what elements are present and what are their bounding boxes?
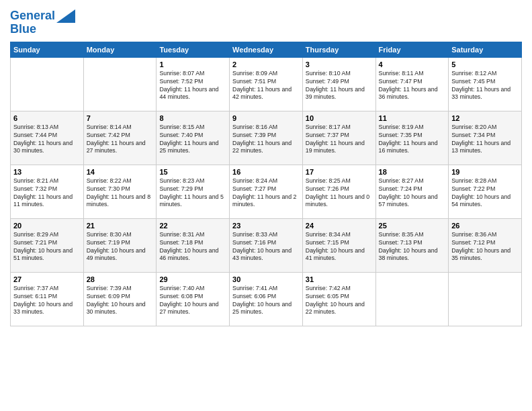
day-number: 6	[13, 114, 81, 122]
day-info: Sunrise: 8:28 AM Sunset: 7:22 PM Dayligh…	[451, 177, 519, 210]
day-number: 18	[379, 168, 446, 176]
day-info: Sunrise: 8:22 AM Sunset: 7:30 PM Dayligh…	[87, 177, 154, 210]
day-number: 5	[451, 60, 519, 68]
calendar-cell	[449, 272, 522, 326]
day-number: 17	[306, 168, 373, 176]
week-row-1: 1Sunrise: 8:07 AM Sunset: 7:52 PM Daylig…	[11, 57, 522, 111]
calendar-cell: 4Sunrise: 8:11 AM Sunset: 7:47 PM Daylig…	[375, 57, 449, 111]
day-number: 29	[159, 275, 226, 283]
day-info: Sunrise: 8:15 AM Sunset: 7:40 PM Dayligh…	[159, 124, 226, 156]
calendar-cell: 2Sunrise: 8:09 AM Sunset: 7:51 PM Daylig…	[230, 57, 303, 111]
day-info: Sunrise: 7:37 AM Sunset: 6:11 PM Dayligh…	[13, 285, 81, 317]
day-info: Sunrise: 7:41 AM Sunset: 6:06 PM Dayligh…	[232, 285, 300, 317]
day-number: 13	[13, 168, 81, 176]
logo-text-blue: Blue	[10, 23, 75, 36]
calendar-cell: 27Sunrise: 7:37 AM Sunset: 6:11 PM Dayli…	[11, 272, 84, 326]
day-header-thursday: Thursday	[302, 42, 375, 57]
day-info: Sunrise: 8:21 AM Sunset: 7:32 PM Dayligh…	[13, 177, 81, 210]
day-info: Sunrise: 8:07 AM Sunset: 7:52 PM Dayligh…	[159, 70, 226, 102]
day-number: 8	[159, 114, 226, 122]
day-number: 30	[232, 275, 300, 283]
calendar-cell: 18Sunrise: 8:27 AM Sunset: 7:24 PM Dayli…	[375, 165, 449, 218]
calendar-cell: 10Sunrise: 8:17 AM Sunset: 7:37 PM Dayli…	[302, 111, 375, 165]
day-info: Sunrise: 8:14 AM Sunset: 7:42 PM Dayligh…	[87, 124, 154, 156]
calendar-cell: 3Sunrise: 8:10 AM Sunset: 7:49 PM Daylig…	[302, 57, 375, 111]
day-number: 3	[306, 60, 373, 68]
day-header-wednesday: Wednesday	[230, 42, 303, 57]
day-info: Sunrise: 8:23 AM Sunset: 7:29 PM Dayligh…	[159, 177, 226, 210]
main-container: General Blue SundayMondayTuesdayWednesda…	[0, 0, 532, 333]
calendar-cell: 17Sunrise: 8:25 AM Sunset: 7:26 PM Dayli…	[302, 165, 375, 218]
calendar-cell: 9Sunrise: 8:16 AM Sunset: 7:39 PM Daylig…	[230, 111, 303, 165]
calendar-cell: 21Sunrise: 8:30 AM Sunset: 7:19 PM Dayli…	[83, 218, 157, 272]
calendar-cell: 26Sunrise: 8:36 AM Sunset: 7:12 PM Dayli…	[449, 218, 522, 272]
calendar-cell: 19Sunrise: 8:28 AM Sunset: 7:22 PM Dayli…	[449, 165, 522, 218]
day-info: Sunrise: 8:19 AM Sunset: 7:35 PM Dayligh…	[379, 124, 446, 156]
calendar-cell: 31Sunrise: 7:42 AM Sunset: 6:05 PM Dayli…	[302, 272, 375, 326]
day-header-sunday: Sunday	[11, 42, 84, 57]
calendar-cell: 13Sunrise: 8:21 AM Sunset: 7:32 PM Dayli…	[11, 165, 84, 218]
day-number: 23	[232, 222, 300, 230]
calendar-cell	[375, 272, 449, 326]
day-number: 25	[379, 222, 446, 230]
day-header-saturday: Saturday	[449, 42, 522, 57]
day-number: 27	[13, 275, 81, 283]
logo-text: General	[10, 9, 55, 23]
day-info: Sunrise: 8:17 AM Sunset: 7:37 PM Dayligh…	[306, 124, 373, 156]
day-number: 4	[379, 60, 446, 68]
calendar-cell: 5Sunrise: 8:12 AM Sunset: 7:45 PM Daylig…	[449, 57, 522, 111]
day-header-friday: Friday	[375, 42, 449, 57]
calendar-cell: 1Sunrise: 8:07 AM Sunset: 7:52 PM Daylig…	[157, 57, 230, 111]
header-row: SundayMondayTuesdayWednesdayThursdayFrid…	[11, 42, 522, 57]
day-number: 26	[451, 222, 519, 230]
week-row-5: 27Sunrise: 7:37 AM Sunset: 6:11 PM Dayli…	[11, 272, 522, 326]
week-row-2: 6Sunrise: 8:13 AM Sunset: 7:44 PM Daylig…	[11, 111, 522, 165]
day-info: Sunrise: 7:39 AM Sunset: 6:09 PM Dayligh…	[87, 285, 154, 317]
calendar-cell: 25Sunrise: 8:35 AM Sunset: 7:13 PM Dayli…	[375, 218, 449, 272]
day-info: Sunrise: 8:11 AM Sunset: 7:47 PM Dayligh…	[379, 70, 446, 102]
day-info: Sunrise: 8:10 AM Sunset: 7:49 PM Dayligh…	[306, 70, 373, 102]
day-number: 21	[87, 222, 154, 230]
day-number: 14	[87, 168, 154, 176]
day-number: 19	[451, 168, 519, 176]
logo-icon	[56, 9, 75, 23]
calendar-cell: 30Sunrise: 7:41 AM Sunset: 6:06 PM Dayli…	[230, 272, 303, 326]
calendar-cell: 11Sunrise: 8:19 AM Sunset: 7:35 PM Dayli…	[375, 111, 449, 165]
calendar-cell: 23Sunrise: 8:33 AM Sunset: 7:16 PM Dayli…	[230, 218, 303, 272]
day-info: Sunrise: 8:16 AM Sunset: 7:39 PM Dayligh…	[232, 124, 300, 156]
day-number: 20	[13, 222, 81, 230]
day-number: 31	[306, 275, 373, 283]
header: General Blue	[10, 7, 522, 36]
day-info: Sunrise: 8:27 AM Sunset: 7:24 PM Dayligh…	[379, 177, 446, 210]
day-header-monday: Monday	[83, 42, 157, 57]
calendar-cell: 28Sunrise: 7:39 AM Sunset: 6:09 PM Dayli…	[83, 272, 157, 326]
calendar-cell: 29Sunrise: 7:40 AM Sunset: 6:08 PM Dayli…	[157, 272, 230, 326]
calendar-table: SundayMondayTuesdayWednesdayThursdayFrid…	[10, 42, 522, 326]
day-info: Sunrise: 8:20 AM Sunset: 7:34 PM Dayligh…	[451, 124, 519, 156]
day-number: 9	[232, 114, 300, 122]
day-info: Sunrise: 8:29 AM Sunset: 7:21 PM Dayligh…	[13, 231, 81, 263]
day-info: Sunrise: 8:25 AM Sunset: 7:26 PM Dayligh…	[306, 177, 373, 210]
calendar-cell: 22Sunrise: 8:31 AM Sunset: 7:18 PM Dayli…	[157, 218, 230, 272]
day-info: Sunrise: 7:42 AM Sunset: 6:05 PM Dayligh…	[306, 285, 373, 317]
day-info: Sunrise: 8:33 AM Sunset: 7:16 PM Dayligh…	[232, 231, 300, 263]
day-number: 22	[159, 222, 226, 230]
day-info: Sunrise: 8:31 AM Sunset: 7:18 PM Dayligh…	[159, 231, 226, 263]
day-number: 16	[232, 168, 300, 176]
calendar-cell	[11, 57, 84, 111]
day-info: Sunrise: 8:35 AM Sunset: 7:13 PM Dayligh…	[379, 231, 446, 263]
day-number: 28	[87, 275, 154, 283]
day-info: Sunrise: 8:34 AM Sunset: 7:15 PM Dayligh…	[306, 231, 373, 263]
day-header-tuesday: Tuesday	[157, 42, 230, 57]
day-info: Sunrise: 8:36 AM Sunset: 7:12 PM Dayligh…	[451, 231, 519, 263]
calendar-cell: 14Sunrise: 8:22 AM Sunset: 7:30 PM Dayli…	[83, 165, 157, 218]
week-row-4: 20Sunrise: 8:29 AM Sunset: 7:21 PM Dayli…	[11, 218, 522, 272]
calendar-cell	[83, 57, 157, 111]
svg-marker-0	[56, 9, 75, 23]
logo: General Blue	[10, 9, 75, 36]
day-info: Sunrise: 8:13 AM Sunset: 7:44 PM Dayligh…	[13, 124, 81, 156]
calendar-cell: 7Sunrise: 8:14 AM Sunset: 7:42 PM Daylig…	[83, 111, 157, 165]
calendar-cell: 8Sunrise: 8:15 AM Sunset: 7:40 PM Daylig…	[157, 111, 230, 165]
day-number: 11	[379, 114, 446, 122]
day-number: 12	[451, 114, 519, 122]
